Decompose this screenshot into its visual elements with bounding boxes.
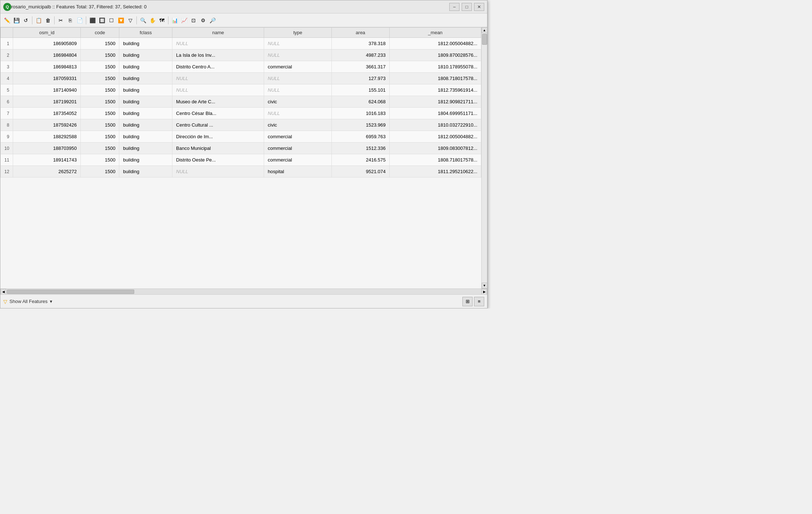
table-row[interactable]: 61871992011500buildingMuseo de Arte C...…	[1, 96, 481, 108]
cell-mean: 1812.005004882...	[389, 131, 481, 143]
cell-fclass: building	[119, 154, 172, 166]
cell-fclass: building	[119, 96, 172, 108]
cell-mean: 1809.870028576...	[389, 49, 481, 61]
zoom-to-layer-icon[interactable]: 🗺	[158, 16, 166, 25]
table-row[interactable]: 111891417431500buildingDistrito Oeste Pe…	[1, 154, 481, 166]
table-row[interactable]: 71873540521500buildingCentro César Bla..…	[1, 108, 481, 119]
cell-area: 6959.763	[331, 131, 389, 143]
cell-rownum: 5	[1, 84, 13, 96]
cell-code: 1500	[81, 119, 119, 131]
scroll-thumb-vertical[interactable]	[482, 34, 487, 45]
copy-cells-icon[interactable]: ⎘	[66, 16, 75, 25]
conditional-icon[interactable]: 📈	[180, 16, 188, 25]
table-row[interactable]: 51871409401500buildingNULLNULL155.101181…	[1, 84, 481, 96]
cell-name: Banco Municipal	[172, 143, 264, 154]
scroll-up-arrow[interactable]: ▲	[482, 27, 487, 33]
cell-code: 1500	[81, 49, 119, 61]
cell-osm-id: 187059331	[13, 73, 81, 84]
scroll-track-vertical[interactable]	[482, 33, 487, 283]
form-view-button[interactable]: ≡	[474, 297, 484, 306]
find-icon[interactable]: 🔎	[208, 16, 217, 25]
cell-type: NULL	[264, 84, 332, 96]
reload-icon[interactable]: ↺	[21, 16, 30, 25]
table-row[interactable]: 31869848131500buildingDistrito Centro A.…	[1, 61, 481, 73]
cell-name: La Isla de los Inv...	[172, 49, 264, 61]
paste-cells-icon[interactable]: 📄	[75, 16, 84, 25]
close-button[interactable]: ✕	[474, 3, 484, 11]
window-title: rosario_municipalb :: Features Total: 37…	[11, 4, 449, 9]
cut-cells-icon[interactable]: ✂	[56, 16, 65, 25]
cell-rownum: 9	[1, 131, 13, 143]
cell-osm-id: 189141743	[13, 154, 81, 166]
new-edit-icon[interactable]: 📋	[34, 16, 43, 25]
col-header-area[interactable]: area	[331, 28, 389, 38]
pan-to-selection-icon[interactable]: ✋	[148, 16, 157, 25]
table-row[interactable]: 81875924261500buildingCentro Cultural ..…	[1, 119, 481, 131]
table-row[interactable]: 41870593311500buildingNULLNULL127.973180…	[1, 73, 481, 84]
cell-fclass: building	[119, 108, 172, 119]
save-edits-icon[interactable]: 💾	[12, 16, 21, 25]
actions-icon[interactable]: ⚙	[199, 16, 207, 25]
table-row[interactable]: 21869848041500buildingLa Isla de los Inv…	[1, 49, 481, 61]
cell-code: 1500	[81, 84, 119, 96]
app-logo: Q	[3, 3, 11, 11]
cell-area: 1016.183	[331, 108, 389, 119]
cell-type: NULL	[264, 49, 332, 61]
vertical-scrollbar[interactable]: ▲ ▼	[481, 27, 487, 288]
col-header-mean[interactable]: _mean	[389, 28, 481, 38]
cell-code: 1500	[81, 61, 119, 73]
show-all-features-button[interactable]: ▽ Show All Features ▾	[3, 299, 52, 304]
col-header-name[interactable]: name	[172, 28, 264, 38]
cell-code: 1500	[81, 73, 119, 84]
table-view-button[interactable]: ⊞	[462, 297, 473, 306]
table-row[interactable]: 11869058091500buildingNULLNULL378.318181…	[1, 38, 481, 49]
invert-selection-icon[interactable]: 🔲	[97, 16, 106, 25]
cell-osm-id: 187592426	[13, 119, 81, 131]
field-calc-icon[interactable]: 📊	[170, 16, 179, 25]
maximize-button[interactable]: □	[462, 3, 472, 11]
minimize-button[interactable]: –	[449, 3, 459, 11]
filter-select-icon[interactable]: 🔽	[116, 16, 125, 25]
scroll-right-arrow[interactable]: ▶	[481, 289, 487, 295]
deselect-all-icon[interactable]: ☐	[107, 16, 116, 25]
col-header-osm-id[interactable]: osm_id	[13, 28, 81, 38]
cell-area: 2416.575	[331, 154, 389, 166]
cell-rownum: 8	[1, 119, 13, 131]
scroll-down-arrow[interactable]: ▼	[482, 283, 487, 288]
horizontal-scrollbar[interactable]: ◀ ▶	[0, 288, 487, 294]
col-header-type[interactable]: type	[264, 28, 332, 38]
select-all-icon[interactable]: ⬛	[88, 16, 97, 25]
filter-icon[interactable]: ▽	[126, 16, 135, 25]
cell-rownum: 6	[1, 96, 13, 108]
edit-pencil-icon[interactable]: ✏️	[3, 16, 11, 25]
filter-funnel-icon: ▽	[3, 299, 7, 304]
cell-mean: 1810.032722910...	[389, 119, 481, 131]
status-bar: ▽ Show All Features ▾ ⊞ ≡	[0, 294, 487, 308]
cell-type: civic	[264, 119, 332, 131]
cell-type: NULL	[264, 73, 332, 84]
cell-rownum: 10	[1, 143, 13, 154]
dock-icon[interactable]: ⊡	[189, 16, 198, 25]
col-header-fclass[interactable]: fclass	[119, 28, 172, 38]
toolbar: ✏️ 💾 ↺ 📋 🗑 ✂ ⎘ 📄 ⬛ 🔲 ☐ 🔽 ▽ 🔍 ✋ 🗺 📊 📈 ⊡ ⚙…	[0, 13, 487, 27]
separator-2	[54, 16, 55, 24]
cell-code: 1500	[81, 166, 119, 178]
cell-name: Dirección de Im...	[172, 131, 264, 143]
scroll-left-arrow[interactable]: ◀	[0, 289, 6, 295]
attribute-table: osm_id code fclass name type area _mean …	[0, 27, 481, 178]
scroll-thumb-horizontal[interactable]	[7, 290, 134, 294]
table-scroll-area[interactable]: osm_id code fclass name type area _mean …	[0, 27, 481, 288]
zoom-to-selection-icon[interactable]: 🔍	[139, 16, 147, 25]
table-row[interactable]: 1226252721500buildingNULLhospital9521.07…	[1, 166, 481, 178]
scroll-track-horizontal[interactable]	[6, 289, 481, 294]
cell-name: Museo de Arte C...	[172, 96, 264, 108]
table-row[interactable]: 91882925881500buildingDirección de Im...…	[1, 131, 481, 143]
table-row[interactable]: 101887039501500buildingBanco Municipalco…	[1, 143, 481, 154]
cell-area: 624.068	[331, 96, 389, 108]
table-wrapper: osm_id code fclass name type area _mean …	[0, 27, 487, 288]
cell-area: 378.318	[331, 38, 389, 49]
col-header-code[interactable]: code	[81, 28, 119, 38]
cell-osm-id: 188292588	[13, 131, 81, 143]
cell-area: 4987.233	[331, 49, 389, 61]
delete-feature-icon[interactable]: 🗑	[44, 16, 52, 25]
